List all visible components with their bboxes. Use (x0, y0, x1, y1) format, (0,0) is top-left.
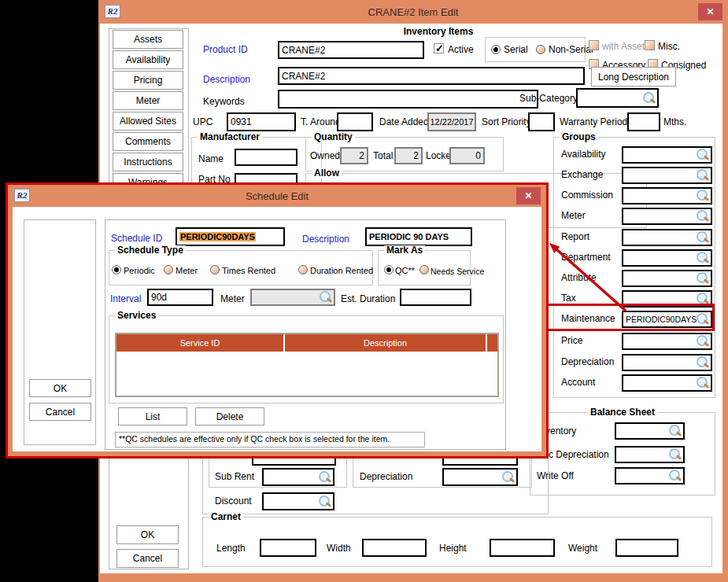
cancel-button[interactable]: Cancel (116, 549, 179, 568)
manufacturer-name-field[interactable] (235, 149, 297, 166)
product-id-field[interactable]: CRANE#2 (278, 41, 424, 59)
t-around-field[interactable] (337, 112, 373, 131)
with-assets-label: with Assets (602, 42, 649, 52)
schedule-id-label: Schedule ID (111, 234, 162, 244)
duration-rented-radio[interactable] (298, 265, 308, 274)
active-checkbox[interactable] (434, 43, 444, 53)
search-icon[interactable] (697, 169, 709, 182)
services-table-body[interactable] (116, 352, 497, 396)
item-edit-titlebar[interactable]: R2 CRANE#2 Item Edit ✕ (98, 0, 728, 24)
search-icon[interactable] (697, 231, 709, 244)
upc-field[interactable]: 0931 (227, 112, 296, 131)
weight-label: Weight (568, 543, 597, 554)
warranty-period-field[interactable] (627, 112, 660, 131)
height-field[interactable] (490, 539, 555, 557)
close-icon[interactable]: ✕ (698, 3, 722, 20)
description-field[interactable]: CRANE#2 (278, 67, 585, 85)
sort-priority-label: Sort Priority (482, 117, 531, 127)
schedule-edit-titlebar[interactable]: R2 Schedule Edit ✕ (8, 185, 546, 207)
est-duration-field[interactable] (400, 289, 471, 306)
sidebar-item-pricing[interactable]: Pricing (113, 71, 183, 90)
with-assets-checkbox[interactable] (589, 40, 599, 50)
meter-radio[interactable] (164, 265, 173, 274)
schedule-id-field[interactable]: PERIODIC90DAYS (176, 227, 285, 246)
schedule-ok-button[interactable]: OK (29, 379, 91, 397)
search-icon[interactable] (697, 210, 709, 223)
misc-label: Misc. (658, 42, 680, 52)
scrollbar-strip (487, 334, 497, 352)
sub-category-field[interactable] (576, 88, 659, 108)
services-table[interactable]: Service ID Description (115, 333, 499, 397)
group-account-field[interactable] (622, 374, 712, 392)
close-icon[interactable]: ✕ (516, 187, 541, 204)
search-icon[interactable] (669, 470, 682, 482)
keywords-field[interactable] (278, 90, 538, 109)
sub-rent-field[interactable] (262, 468, 334, 486)
search-icon[interactable] (697, 335, 709, 348)
date-added-field: 12/22/2017 (427, 112, 476, 131)
sidebar-item-instructions[interactable]: Instructions (113, 153, 183, 171)
schedule-cancel-button[interactable]: Cancel (29, 403, 91, 421)
discount-field[interactable] (262, 492, 334, 510)
qc-radio[interactable] (384, 265, 394, 274)
periodic-radio[interactable] (112, 265, 121, 274)
total-label: Total (373, 151, 393, 161)
sort-priority-field[interactable] (528, 112, 555, 131)
group-commission-label: Commission (561, 190, 613, 201)
sidebar-item-availability[interactable]: Availability (113, 50, 183, 69)
search-icon[interactable] (697, 272, 709, 285)
write-off-field[interactable] (615, 467, 685, 484)
sidebar-item-assets[interactable]: Assets (113, 30, 183, 49)
sidebar-item-allowed-sites[interactable]: Allowed Sites (113, 112, 183, 131)
allow-group-title: Allow (312, 168, 342, 179)
group-meter-field[interactable] (622, 208, 712, 225)
needs-service-radio[interactable] (419, 265, 429, 274)
list-button[interactable]: List (118, 407, 187, 425)
sidebar-item-comments[interactable]: Comments (113, 132, 183, 151)
group-depreciation-label: Depreciation (561, 357, 614, 367)
schedule-description-field[interactable]: PERIODIC 90 DAYS (365, 227, 472, 246)
annotation-arrow (519, 228, 645, 322)
interval-field[interactable]: 90d (147, 289, 213, 306)
search-icon[interactable] (697, 377, 709, 389)
search-icon[interactable] (669, 448, 682, 461)
width-field[interactable] (362, 539, 427, 557)
group-commission-field[interactable] (622, 187, 712, 204)
service-id-column-header: Service ID (116, 334, 283, 352)
delete-button[interactable]: Delete (195, 407, 264, 425)
serial-radio[interactable] (491, 45, 501, 54)
times-rented-radio[interactable] (210, 265, 220, 274)
group-price-field[interactable] (622, 333, 712, 350)
search-icon[interactable] (669, 425, 682, 437)
group-depreciation-field[interactable] (622, 354, 712, 371)
group-availability-label: Availability (561, 149, 605, 160)
meter-option-label: Meter (176, 266, 198, 276)
upc-label: UPC (193, 117, 212, 127)
inventory-field[interactable] (615, 422, 685, 440)
needs-service-label: Needs Service (431, 267, 484, 277)
app-icon: R2 (14, 189, 30, 202)
total-field: 2 (394, 147, 423, 164)
warranty-period-label: Warranty Period (560, 117, 627, 127)
misc-checkbox[interactable] (645, 40, 655, 50)
search-icon[interactable] (319, 495, 331, 508)
search-icon[interactable] (697, 356, 709, 369)
interval-label: Interval (110, 294, 141, 304)
length-field[interactable] (260, 539, 316, 557)
acc-depreciation-field[interactable] (615, 446, 685, 463)
search-icon[interactable] (697, 252, 709, 264)
long-description-button[interactable]: Long Description (591, 67, 676, 87)
weight-field[interactable] (615, 539, 678, 557)
ok-button[interactable]: OK (116, 525, 179, 544)
search-icon[interactable] (697, 149, 709, 161)
depreciation-field[interactable] (442, 468, 518, 486)
search-icon[interactable] (320, 291, 332, 304)
non-serial-radio[interactable] (536, 45, 545, 54)
search-icon[interactable] (502, 471, 515, 484)
search-icon[interactable] (697, 190, 709, 202)
group-exchange-field[interactable] (622, 167, 712, 184)
sidebar-item-meter[interactable]: Meter (113, 91, 183, 110)
search-icon[interactable] (643, 92, 656, 105)
search-icon[interactable] (319, 471, 331, 484)
group-availability-field[interactable] (622, 146, 712, 164)
